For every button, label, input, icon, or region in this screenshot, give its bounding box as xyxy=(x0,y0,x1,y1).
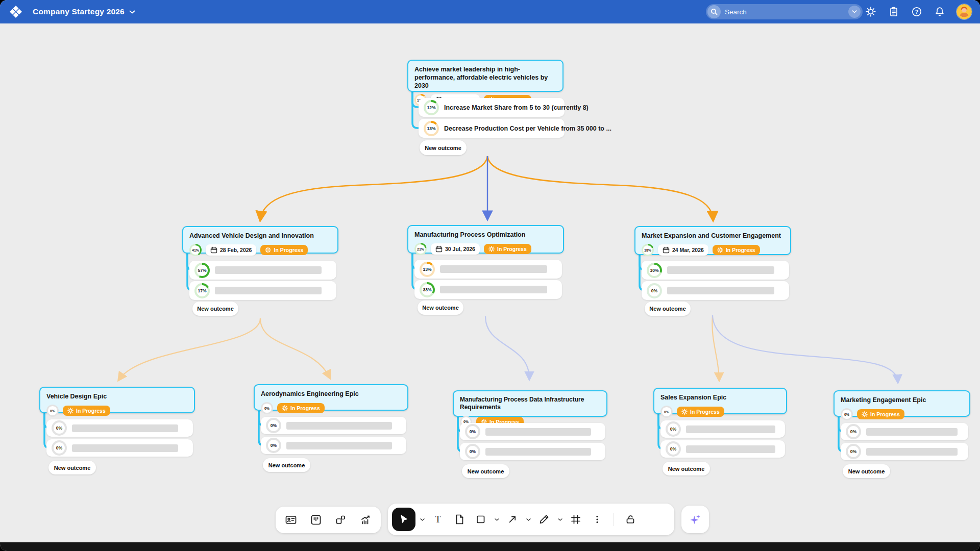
outcome-placeholder-bar xyxy=(686,445,775,453)
new-outcome-button[interactable]: New outcome xyxy=(462,464,509,478)
connector-tool-chevron[interactable] xyxy=(525,510,532,529)
shape-tool-chevron[interactable] xyxy=(493,510,500,529)
in-progress-icon xyxy=(862,411,868,417)
cursor-icon xyxy=(398,513,410,525)
board-title-dropdown[interactable]: Company Startegy 2026 xyxy=(33,7,135,16)
ai-assistant-button[interactable] xyxy=(686,510,704,529)
outcome-row[interactable]: 13% xyxy=(414,260,562,279)
due-date-chip[interactable]: 28 Feb, 2026 xyxy=(206,244,256,256)
connector-tool-button[interactable] xyxy=(503,510,522,529)
outcome-row[interactable]: 0% xyxy=(660,420,785,438)
new-outcome-button[interactable]: New outcome xyxy=(420,140,467,155)
search-input[interactable] xyxy=(721,8,848,16)
new-outcome-button[interactable]: New outcome xyxy=(48,461,96,474)
outcome-row[interactable]: 17% xyxy=(189,281,336,300)
outcome-row[interactable]: 0% xyxy=(261,417,406,434)
outcome-row[interactable]: 0% xyxy=(46,439,193,457)
outcome-label: Decrease Production Cost per Vehicle fro… xyxy=(444,125,611,132)
user-avatar[interactable] xyxy=(957,4,972,19)
new-outcome-button[interactable]: New outcome xyxy=(263,458,310,472)
more-options-button[interactable] xyxy=(588,510,606,529)
select-tool-button[interactable] xyxy=(392,508,415,531)
outcome-placeholder-bar xyxy=(866,448,958,456)
outcome-row[interactable]: 13% Decrease Production Cost per Vehicle… xyxy=(419,119,565,138)
new-outcome-button[interactable]: New outcome xyxy=(418,300,463,315)
outcome-row[interactable]: 33% xyxy=(414,280,562,299)
in-progress-icon xyxy=(282,405,288,411)
card-meta: 18% 24 Mar, 2026 In Progress xyxy=(642,244,784,256)
help-icon[interactable]: ? xyxy=(911,6,923,18)
notifications-bell-icon[interactable] xyxy=(934,6,946,18)
outcome-row[interactable]: 57% xyxy=(189,261,336,280)
epic-card[interactable]: Manufacturing Process Data Infrastructur… xyxy=(453,390,607,417)
new-outcome-button[interactable]: New outcome xyxy=(645,302,691,316)
new-outcome-button[interactable]: New outcome xyxy=(192,302,238,316)
kanban-view-button[interactable] xyxy=(307,511,325,529)
app-logo-icon[interactable] xyxy=(9,5,22,18)
outcome-row[interactable]: 0% xyxy=(460,443,605,460)
outcome-row[interactable]: 0% xyxy=(642,281,789,300)
shape-tool-button[interactable] xyxy=(472,510,490,529)
due-date-chip[interactable]: 30 Jul, 2026 xyxy=(431,243,480,255)
text-icon: T xyxy=(432,513,444,525)
settings-gear-icon[interactable] xyxy=(865,6,877,18)
status-badge[interactable]: In Progress xyxy=(277,403,325,413)
outcome-row[interactable]: 0% xyxy=(841,443,968,460)
outcome-row[interactable]: 12% Increase Market Share from 5 to 30 (… xyxy=(419,98,565,117)
epic-card[interactable]: Marketing Engagement Epic 0% In Progress xyxy=(834,390,970,417)
status-badge[interactable]: In Progress xyxy=(857,409,904,419)
lock-button[interactable] xyxy=(621,510,640,529)
in-progress-icon xyxy=(67,408,74,414)
node-objective: Manufacturing Process Optimization 21% 3… xyxy=(407,225,564,317)
objective-card[interactable]: Advanced Vehicle Design and Innovation 4… xyxy=(182,226,338,254)
epic-card[interactable]: Sales Expansion Epic 0% In Progress xyxy=(653,388,787,414)
card-title: Manufacturing Process Optimization xyxy=(414,231,557,239)
objective-card[interactable]: Achieve market leadership in high-perfor… xyxy=(407,60,564,92)
search-filter-chevron[interactable] xyxy=(848,6,861,18)
outcome-placeholder-bar xyxy=(485,448,591,456)
objective-card[interactable]: Market Expansion and Customer Engagement… xyxy=(634,226,791,255)
outcome-row[interactable]: 0% xyxy=(841,423,968,440)
status-badge[interactable]: In Progress xyxy=(677,407,724,417)
new-outcome-button[interactable]: New outcome xyxy=(663,462,710,475)
card-meta: 0% In Progress xyxy=(46,405,188,417)
clipboard-icon[interactable] xyxy=(888,6,900,18)
status-badge[interactable]: In Progress xyxy=(713,245,760,255)
outcome-row[interactable]: 0% xyxy=(460,423,605,440)
frame-tool-button[interactable] xyxy=(567,510,585,529)
outcome-row[interactable]: 30% xyxy=(642,261,789,280)
id-card-view-button[interactable] xyxy=(282,511,300,529)
outcome-label: Increase Market Share from 5 to 30 (curr… xyxy=(444,104,589,111)
outcome-row[interactable]: 0% xyxy=(660,440,785,458)
objective-card[interactable]: Manufacturing Process Optimization 21% 3… xyxy=(407,225,564,254)
topbar-actions: ? xyxy=(865,0,972,23)
pencil-tool-chevron[interactable] xyxy=(556,510,564,529)
widgets-view-button[interactable] xyxy=(331,511,350,529)
pencil-tool-button[interactable] xyxy=(535,510,553,529)
analytics-view-button[interactable] xyxy=(356,511,375,529)
toolbar-ai xyxy=(681,506,709,533)
outcome-row[interactable]: 0% xyxy=(46,419,193,437)
node-root-objective: Achieve market leadership in high-perfor… xyxy=(407,60,564,218)
new-outcome-button[interactable]: New outcome xyxy=(843,464,890,478)
status-badge[interactable]: In Progress xyxy=(63,406,110,416)
progress-ring: 0% xyxy=(266,418,281,433)
epic-card[interactable]: Aerodynamics Engineering Epic 0% In Prog… xyxy=(254,384,408,411)
chevron-down-icon xyxy=(129,10,135,14)
status-badge[interactable]: In Progress xyxy=(260,245,308,255)
due-date-chip[interactable]: 24 Mar, 2026 xyxy=(658,244,708,256)
epic-card[interactable]: Vehicle Design Epic 0% In Progress xyxy=(39,387,195,413)
svg-text:?: ? xyxy=(915,9,919,15)
progress-ring: 0% xyxy=(52,440,67,456)
progress-ring: 0% xyxy=(46,405,59,417)
outcome-row[interactable]: 0% xyxy=(261,437,406,454)
text-tool-button[interactable]: T xyxy=(429,510,447,529)
node-epic: Marketing Engagement Epic 0% In Progress… xyxy=(834,390,970,480)
search-bar[interactable] xyxy=(706,4,863,19)
pencil-icon xyxy=(538,513,550,525)
progress-ring: 0% xyxy=(266,438,281,453)
page-tool-button[interactable] xyxy=(450,510,469,529)
select-tool-chevron[interactable] xyxy=(419,510,426,529)
outcome-placeholder-bar xyxy=(667,266,774,274)
status-badge[interactable]: In Progress xyxy=(484,244,531,254)
